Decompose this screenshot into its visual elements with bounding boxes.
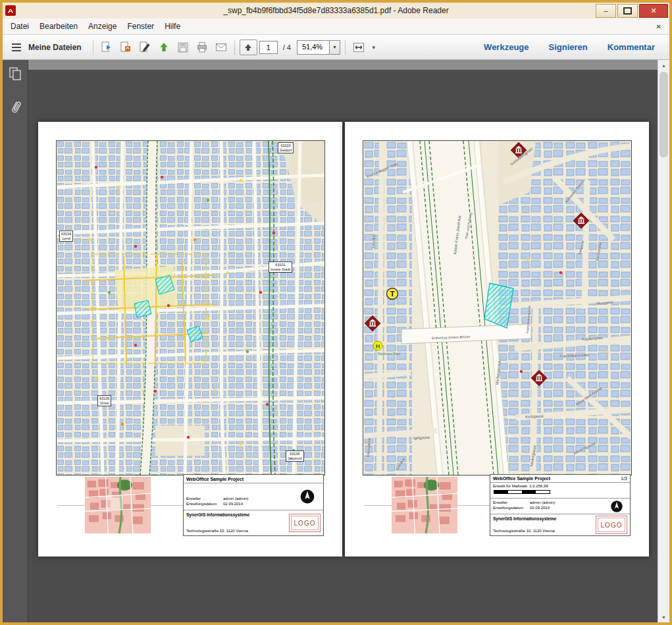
page-thumbnails-icon[interactable] [8,67,22,84]
title-block-text: WebOffice Sample Project Erstelleradmin … [183,474,324,536]
district-label: 63105Gries [97,395,111,406]
navigation-sidebar [3,60,28,622]
comment-panel-button[interactable]: Kommentar [598,38,664,56]
company-address: Technologiestraße 10, 1120 Vienna [493,529,555,533]
page-number-input[interactable] [259,41,278,54]
adobe-reader-window: _swp_fb4b9f6fbbd34f5d8e7d83333a6385d1.pd… [0,0,672,625]
district-label: 63101Innere Stadt [269,261,292,273]
menu-hilfe[interactable]: Hilfe [159,20,186,33]
toolbar: Meine Dateien / 4 51,4% ▼ [3,35,669,60]
creator-info: Erstelleradmin (admin) Erstellungsdatum0… [184,483,323,510]
scroll-thumb[interactable] [659,72,668,157]
scale-bar [494,490,550,494]
map-title-block: WebOffice Sample Project 1/3 Erstellt fü… [363,474,631,536]
close-button[interactable]: ✕ [639,4,668,18]
scroll-down-icon[interactable]: ▼ [658,612,669,622]
document-area[interactable]: 63103Geidorf 63104Lend 63101Innere Stadt… [28,60,658,622]
creator-info: Erstelleradmin (admin) Erstellungsdatum0… [490,499,630,514]
tram-stop-icon: T [387,288,398,300]
save-icon[interactable] [174,39,192,56]
zoom-select[interactable]: 51,4% ▼ [297,40,340,55]
menu-anzeige[interactable]: Anzeige [83,20,122,33]
locator-map-thumbnail [392,477,457,533]
company-info: SynerGIS Informationssysteme Technologie… [184,510,323,535]
vertical-scrollbar[interactable]: ▲ ▼ [658,60,669,622]
page-count-label: / 4 [283,43,291,51]
menubar-close-icon[interactable]: ✕ [651,23,667,30]
street-label: Lendkai [371,234,376,248]
toolbar-separator [234,40,235,55]
locator-zone [56,474,183,536]
company-info: SynerGIS Informationssysteme Technologie… [490,514,630,535]
title-block-text: WebOffice Sample Project 1/3 Erstellt fü… [490,474,631,536]
attachments-icon[interactable] [5,97,24,119]
pdf-page-1: 63103Geidorf 63104Lend 63101Innere Stadt… [38,122,342,557]
sign-pen-icon[interactable] [136,39,153,56]
menubar: Datei Bearbeiten Anzeige Fenster Hilfe ✕ [3,18,669,35]
titlebar[interactable]: _swp_fb4b9f6fbbd34f5d8e7d83333a6385d1.pd… [3,3,669,18]
sign-panel-button[interactable]: Signieren [540,38,597,56]
convert-pdf-icon[interactable] [117,39,134,56]
previous-view-button[interactable] [240,40,257,55]
street-label: Igelgasse [413,435,430,440]
svg-text:H: H [376,343,380,350]
menu-datei[interactable]: Datei [5,20,34,33]
street-label: Südtiroler Platz [378,352,400,356]
district-label: 63103Geidorf [278,142,294,153]
district-label: 63104Lend [59,231,73,242]
maximize-icon [623,7,632,14]
city-overview-map: 63103Geidorf 63104Lend 63101Innere Stadt… [56,140,325,476]
window-controls: – ✕ [596,4,668,18]
city-map-drawing [57,141,324,475]
minimize-button[interactable]: – [596,4,616,18]
detail-map: T H Erich-Edegger-Steg Schloßbergplatz [363,140,632,476]
maximize-button[interactable] [617,4,638,18]
document-area-top-band [28,60,658,70]
north-arrow-icon [299,489,315,504]
toolbar-separator [93,40,93,55]
email-icon[interactable] [213,39,230,56]
main-area: 63103Geidorf 63104Lend 63101Innere Stadt… [3,60,669,622]
bus-stop-icon: H [373,341,382,350]
locator-zone [363,474,490,536]
window-title: _swp_fb4b9f6fbbd34f5d8e7d83333a6385d1.pd… [3,6,669,15]
district-label: 63106Jakomini [286,450,304,462]
detail-map-drawing: T H [363,141,631,475]
scroll-up-icon[interactable]: ▲ [658,60,669,70]
project-title-row: WebOffice Sample Project 1/3 [490,475,630,483]
north-arrow-icon [610,500,623,513]
tools-panel-button[interactable]: Werkzeuge [475,38,538,56]
map-title-block: WebOffice Sample Project Erstelleradmin … [56,474,324,536]
company-address: Technologiestraße 10, 1120 Vienna [186,529,248,533]
svg-text:T: T [390,290,395,298]
project-title: WebOffice Sample Project [493,476,550,481]
share-upload-icon[interactable] [155,39,172,56]
toolbar-separator [345,40,346,55]
menu-toggle-icon[interactable] [8,39,25,56]
my-files-button[interactable]: Meine Dateien [27,43,88,52]
fit-width-icon[interactable] [350,39,367,56]
zoom-value: 51,4% [297,41,329,54]
toolbar-overflow-icon[interactable]: ▾ [369,39,378,56]
project-title: WebOffice Sample Project [184,475,323,483]
logo-box: LOGO [596,516,627,534]
panel-buttons: Werkzeuge Signieren Kommentar [475,38,664,56]
pdf-page-2: T H Erich-Edegger-Steg Schloßbergplatz [345,122,649,557]
scale-row: Erstellt für Maßstab 1:2.256,99 [490,483,630,499]
open-file-icon[interactable] [98,39,115,56]
locator-map-thumbnail [85,477,151,533]
zoom-dropdown-icon[interactable]: ▼ [329,41,340,54]
logo-box: LOGO [289,514,321,532]
sheet-indicator: 1/3 [621,476,627,481]
adobe-reader-icon [5,5,16,16]
menu-bearbeiten[interactable]: Bearbeiten [34,20,83,33]
menu-fenster[interactable]: Fenster [122,20,159,33]
print-icon[interactable] [194,39,211,56]
